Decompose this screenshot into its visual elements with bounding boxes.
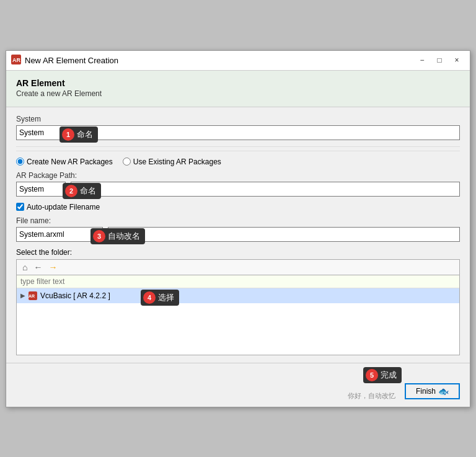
package-path-rest-input[interactable] — [71, 182, 460, 197]
window-title: New AR Element Creation — [25, 56, 118, 65]
tree-item-label: VcuBasic [ AR 4.2.2 ] — [40, 291, 110, 300]
minimize-button[interactable]: − — [414, 53, 430, 67]
radio-use-input[interactable] — [123, 158, 131, 166]
folder-toolbar: ⌂ ← → — [16, 259, 460, 275]
package-path-row: 2 命名 — [16, 182, 460, 197]
system-input[interactable] — [16, 125, 460, 140]
folder-section: Select the folder: ⌂ ← → ▶ AR — [16, 248, 460, 355]
header-section: AR Element Create a new AR Element — [6, 71, 470, 107]
folder-label: Select the folder: — [16, 248, 460, 257]
package-path-prefix-input[interactable] — [16, 182, 66, 197]
auto-update-checkbox[interactable] — [16, 203, 24, 211]
close-button[interactable]: × — [449, 53, 465, 67]
tree-arrow-icon: ▶ — [20, 292, 25, 299]
file-name-row: 3 自动改名 — [16, 227, 460, 242]
finish-label: Finish — [416, 387, 436, 396]
tree-node-icon: AR — [28, 291, 38, 301]
header-subtitle: Create a new AR Element — [16, 89, 460, 98]
package-path-label: AR Package Path: — [16, 171, 460, 180]
watermark-text: 你好，自动改忆 — [348, 391, 395, 401]
file-name-input[interactable] — [16, 227, 103, 242]
svg-text:AR: AR — [12, 57, 20, 63]
folder-home-button[interactable]: ⌂ — [20, 262, 29, 273]
annotation-5-circle: 5 — [366, 369, 378, 381]
radio-create-new[interactable]: Create New AR Packages — [16, 158, 113, 166]
radio-group: Create New AR Packages Use Existing AR P… — [16, 151, 460, 171]
main-window: AR New AR Element Creation − □ × AR Elem… — [6, 50, 470, 407]
auto-update-row: Auto-update Filename — [16, 203, 460, 211]
title-bar: AR New AR Element Creation − □ × — [6, 51, 470, 71]
title-bar-controls: − □ × — [414, 53, 465, 67]
folder-tree: ▶ AR VcuBasic [ AR 4.2.2 ] 4 选择 — [16, 275, 460, 355]
radio-use-existing[interactable]: Use Existing AR Packages — [123, 158, 221, 166]
app-icon: AR — [11, 55, 21, 66]
header-title: AR Element — [16, 78, 460, 88]
file-name-rest-input[interactable] — [108, 227, 460, 242]
content-area: System 1 命名 Create New AR Packages Use E… — [6, 107, 470, 363]
maximize-button[interactable]: □ — [431, 53, 447, 67]
radio-create-label: Create New AR Packages — [27, 158, 113, 166]
folder-forward-button[interactable]: → — [46, 262, 59, 273]
footer: 5 完成 Finish 🐟 你好，自动改忆 — [6, 363, 470, 407]
radio-use-label: Use Existing AR Packages — [133, 158, 221, 166]
finish-icon: 🐟 — [438, 386, 449, 396]
radio-create-input[interactable] — [16, 158, 24, 166]
package-path-group: AR Package Path: 2 命名 — [16, 171, 460, 197]
svg-text:AR: AR — [29, 294, 35, 298]
system-field-row: 1 命名 — [16, 125, 460, 140]
tree-item-vcubasic[interactable]: ▶ AR VcuBasic [ AR 4.2.2 ] — [17, 288, 459, 303]
file-name-group: File name: 3 自动改名 — [16, 216, 460, 242]
system-label: System — [16, 115, 460, 123]
auto-update-label: Auto-update Filename — [27, 203, 100, 211]
file-name-label: File name: — [16, 216, 460, 225]
filter-input[interactable] — [17, 275, 459, 288]
folder-back-button[interactable]: ← — [32, 262, 44, 273]
finish-button[interactable]: Finish 🐟 — [405, 383, 460, 399]
system-field-group: System 1 命名 — [16, 115, 460, 140]
annotation-5-text: 完成 — [381, 370, 397, 381]
title-bar-left: AR New AR Element Creation — [11, 55, 118, 66]
